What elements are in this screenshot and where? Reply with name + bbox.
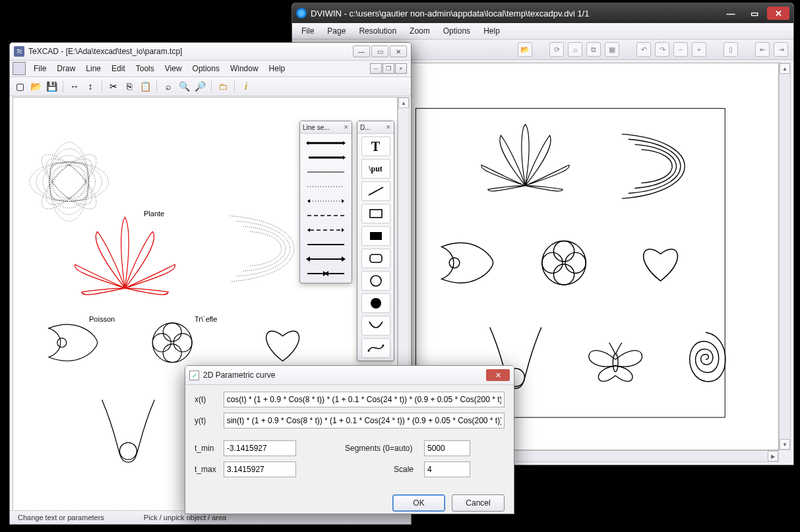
mdi-system-icon[interactable] — [13, 62, 26, 75]
tool-line[interactable] — [361, 181, 390, 201]
cut-icon[interactable]: ✂ — [108, 80, 119, 92]
grid-icon[interactable]: ▦ — [605, 42, 619, 57]
save-icon[interactable]: 💾 — [46, 80, 57, 92]
menu-view[interactable]: View — [160, 64, 187, 73]
menu-tools[interactable]: Tools — [131, 64, 160, 73]
dialog-close-button[interactable]: ✕ — [486, 369, 510, 381]
scroll-right-icon[interactable]: ▶ — [768, 451, 778, 461]
menu-help[interactable]: Help — [264, 64, 291, 73]
maximize-button[interactable]: ▭ — [371, 45, 388, 57]
draw-palette[interactable]: D... ✕ T \put — [357, 121, 394, 361]
palette-close-icon[interactable]: ✕ — [386, 124, 391, 131]
first-page-icon[interactable]: ⇤ — [755, 42, 770, 57]
menu-options[interactable]: Options — [187, 64, 225, 73]
menu-file[interactable]: File — [28, 64, 51, 73]
line-style-arrows-bi[interactable] — [303, 252, 349, 266]
last-page-icon[interactable]: ⇥ — [774, 42, 788, 57]
line-style-solid-thin[interactable] — [303, 165, 349, 179]
zoom-area-icon[interactable]: ⌕ — [568, 42, 582, 57]
child-close-button[interactable]: × — [395, 63, 407, 74]
tool-rect[interactable] — [361, 204, 390, 223]
close-button[interactable]: ✕ — [390, 45, 407, 57]
xt-input[interactable] — [224, 392, 505, 407]
zoom-fit-icon[interactable]: ⌕ — [162, 80, 174, 92]
line-style-dashed-arrows[interactable] — [303, 223, 349, 237]
tool-circle[interactable] — [361, 271, 390, 291]
zoomout-icon[interactable]: − — [673, 42, 688, 57]
scroll-up-icon[interactable]: ▲ — [780, 63, 790, 74]
paste-icon[interactable]: 📋 — [139, 80, 151, 92]
next-page-icon[interactable]: ↷ — [655, 42, 669, 57]
menu-page[interactable]: Page — [321, 26, 352, 36]
minimize-button[interactable]: — — [353, 45, 370, 57]
tool-put[interactable]: \put — [361, 159, 390, 179]
label-poisson: Poisson — [89, 315, 115, 323]
line-style-dashed[interactable] — [303, 209, 349, 222]
cancel-button[interactable]: Cancel — [452, 494, 505, 512]
menu-edit[interactable]: Edit — [106, 64, 131, 73]
dviwin-titlebar[interactable]: DVIWIN - c:\users\gautier non-admin\appd… — [292, 3, 793, 23]
prev-page-icon[interactable]: ↶ — [636, 42, 651, 57]
scroll-down-icon[interactable]: ▼ — [780, 439, 790, 450]
palette-title[interactable]: Line se... ✕ — [300, 121, 352, 134]
tool-rounded-rect[interactable] — [361, 249, 390, 268]
maximize-button[interactable] — [743, 7, 766, 20]
vertical-scrollbar[interactable]: ▲ ▼ — [779, 63, 791, 450]
tool-bezier[interactable] — [361, 338, 390, 358]
menu-window[interactable]: Window — [225, 64, 264, 73]
tool-text[interactable]: T — [361, 136, 390, 156]
tmax-input[interactable] — [224, 461, 296, 477]
line-style-dotted[interactable] — [303, 180, 349, 193]
zoomin-icon[interactable]: + — [692, 42, 706, 57]
minimize-button[interactable] — [720, 7, 742, 20]
svg-marker-60 — [306, 256, 310, 262]
folder-icon[interactable]: 🗀 — [217, 80, 229, 92]
vflip-icon[interactable]: ↕ — [84, 80, 96, 92]
svg-point-23 — [30, 162, 109, 202]
child-restore-button[interactable]: ❐ — [383, 63, 394, 74]
line-style-arrow-thick[interactable] — [303, 151, 349, 164]
dviwin-title-text: DVIWIN - c:\users\gautier non-admin\appd… — [311, 9, 720, 18]
dialog-titlebar[interactable]: ✓ 2D Parametric curve ✕ — [185, 366, 514, 385]
scroll-up-icon[interactable]: ▲ — [398, 98, 409, 108]
texcad-titlebar[interactable]: Tc TeXCAD - [E:\Ada\texcad\test_io\param… — [10, 43, 411, 61]
palette-title[interactable]: D... ✕ — [357, 121, 394, 134]
tool-arc[interactable] — [361, 316, 390, 336]
menu-help[interactable]: Help — [477, 26, 507, 36]
line-style-double-arrow-thick[interactable] — [303, 136, 349, 150]
svg-rect-68 — [370, 232, 382, 240]
page-icon[interactable]: ▯ — [723, 42, 738, 57]
tool-disc[interactable] — [361, 293, 390, 313]
ruler-icon[interactable]: ⧉ — [586, 42, 601, 57]
tool-filled-rect[interactable] — [361, 226, 390, 246]
texcad-app-icon: Tc — [14, 46, 24, 57]
zoom-in-icon[interactable]: 🔍 — [178, 80, 190, 92]
open-icon[interactable]: 📂 — [518, 42, 532, 57]
dialog-pin-checkbox[interactable]: ✓ — [189, 370, 199, 380]
line-style-arrows-inward[interactable] — [303, 267, 349, 280]
zoom-out-icon[interactable]: 🔎 — [194, 80, 206, 92]
refresh-icon[interactable]: ⟳ — [549, 42, 564, 57]
menu-line[interactable]: Line — [80, 64, 106, 73]
open-icon[interactable]: 📂 — [30, 80, 42, 92]
info-icon[interactable]: i — [240, 80, 252, 92]
line-style-dotted-arrows[interactable] — [303, 194, 349, 208]
menu-resolution[interactable]: Resolution — [352, 26, 403, 36]
yt-input[interactable] — [224, 413, 505, 429]
ok-button[interactable]: OK — [392, 494, 445, 512]
line-style-palette[interactable]: Line se... ✕ — [299, 121, 352, 283]
menu-options[interactable]: Options — [437, 26, 477, 36]
hflip-icon[interactable]: ↔ — [69, 80, 80, 92]
menu-draw[interactable]: Draw — [51, 64, 80, 73]
menu-file[interactable]: File — [295, 26, 321, 36]
copy-icon[interactable]: ⎘ — [123, 80, 135, 92]
segments-input[interactable] — [424, 440, 470, 456]
new-icon[interactable]: ▢ — [14, 80, 26, 92]
line-style-solid[interactable] — [303, 238, 349, 251]
menu-zoom[interactable]: Zoom — [403, 26, 437, 36]
child-minimize-button[interactable]: – — [370, 63, 382, 74]
scale-input[interactable] — [424, 461, 470, 477]
close-button[interactable] — [767, 7, 789, 20]
tmin-input[interactable] — [224, 440, 296, 456]
palette-close-icon[interactable]: ✕ — [344, 124, 349, 131]
